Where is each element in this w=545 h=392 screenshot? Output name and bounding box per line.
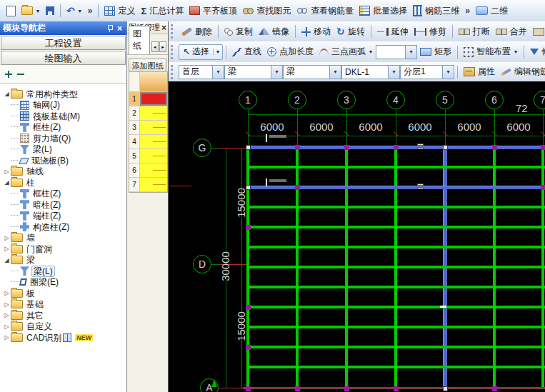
tab-sheets[interactable]: 图纸 xyxy=(129,26,150,54)
floor-dropdown-icon[interactable]: ▾ xyxy=(212,66,224,79)
toolbar-grip[interactable] xyxy=(171,24,176,39)
smart-layout-button[interactable]: 智能布置▾ xyxy=(461,44,521,59)
move-button[interactable]: 移动 xyxy=(299,24,334,39)
layer-dropdown-icon[interactable]: ▾ xyxy=(442,66,454,79)
tree-item-row[interactable]: 梁(L) xyxy=(0,144,126,156)
toolbar-grip[interactable] xyxy=(171,65,176,79)
open-file-button[interactable]: ▾ xyxy=(19,5,43,16)
sheet-row[interactable]: 3 xyxy=(129,121,167,135)
sheet-thumb[interactable] xyxy=(140,106,167,120)
undo-button[interactable]: ↶▾ xyxy=(64,5,85,16)
save-button[interactable] xyxy=(43,5,57,16)
point-add-length-button[interactable]: 点加长度 xyxy=(264,44,316,59)
select-button[interactable]: ↖选择 ▾ xyxy=(179,44,223,60)
axis-bubble-top[interactable]: 5 xyxy=(436,91,454,109)
tree-folder-row[interactable]: ◢柱 xyxy=(0,177,126,189)
tree-item-row[interactable]: 轴网(J) xyxy=(0,100,126,111)
project-settings-button[interactable]: 工程设置 xyxy=(1,36,126,50)
beam[interactable] xyxy=(246,326,545,328)
tree-folder-row[interactable]: ▷其它 xyxy=(0,310,126,321)
beam[interactable] xyxy=(246,266,545,268)
collapsed-icon[interactable]: ▷ xyxy=(3,334,11,341)
tree-folder-row[interactable]: ▷基础 xyxy=(0,299,126,311)
properties-button[interactable]: 属性 xyxy=(461,64,498,79)
rectangle-button[interactable]: 矩形 xyxy=(417,44,454,59)
axis-bubble-top[interactable]: 6 xyxy=(485,91,504,109)
align-slab-top-button[interactable]: 平齐板顶 xyxy=(186,4,240,19)
sheet-thumb-selected[interactable] xyxy=(140,92,167,106)
tree-folder-row[interactable]: ▷板 xyxy=(0,288,126,299)
open-dropdown-icon[interactable]: ▾ xyxy=(36,8,40,14)
modify-button[interactable]: 修 xyxy=(527,44,545,59)
tab-scroll-left-button[interactable]: ◂ xyxy=(151,41,159,52)
line-button[interactable]: 直线 xyxy=(229,44,264,59)
sheet-row[interactable]: 1 xyxy=(129,92,167,106)
axis-bubble-left[interactable]: D xyxy=(193,255,211,273)
toolbar-overflow-icon[interactable]: » xyxy=(85,6,96,16)
toolbar-grip[interactable] xyxy=(171,45,176,59)
tree-folder-row[interactable]: ▷CAD识别NEW xyxy=(0,332,126,343)
tree-item-row[interactable]: 圈梁(E) xyxy=(0,277,126,288)
sheet-row[interactable]: 2 xyxy=(129,106,167,121)
arc-options-combo[interactable]: ▾ xyxy=(376,45,417,59)
tree-item-row[interactable]: 筏板基础(M) xyxy=(0,111,126,122)
collapsed-icon[interactable]: ▷ xyxy=(3,235,11,241)
rotate-button[interactable]: ↻旋转 xyxy=(334,24,368,39)
batch-select-button[interactable]: 批量选择 xyxy=(356,4,410,19)
sheet-row[interactable]: 5 xyxy=(129,149,167,164)
trim-button[interactable]: 修剪 xyxy=(411,24,449,39)
tree-item-row[interactable]: 梁(L) xyxy=(0,266,126,277)
pin-icon[interactable] xyxy=(106,25,113,32)
find-element-button[interactable]: 查找图元 xyxy=(240,4,294,19)
view-2d-button[interactable]: 二维 xyxy=(473,4,511,19)
arc-combo-dropdown-icon[interactable]: ▾ xyxy=(405,46,416,59)
view-rebar-qty-button[interactable]: 查看钢筋量 xyxy=(294,4,356,19)
tree-folder-row[interactable]: ▷门窗洞 xyxy=(0,243,126,255)
axis-bubble-top[interactable]: 1 xyxy=(239,91,257,109)
sheet-thumb[interactable] xyxy=(140,149,167,163)
tree-folder-row[interactable]: ▷自定义 xyxy=(0,321,126,333)
define-button[interactable]: 定义 xyxy=(101,4,138,19)
toolbar-overflow2-icon[interactable]: » xyxy=(462,6,473,16)
axis-bubble-top[interactable]: 7 xyxy=(534,91,545,109)
element-name-combo[interactable]: DKL-1▾ xyxy=(341,65,400,79)
extend-button[interactable]: 延伸 xyxy=(374,24,411,39)
summary-calc-button[interactable]: Σ汇总计算 xyxy=(138,4,186,19)
beam[interactable] xyxy=(246,226,545,228)
beam[interactable] xyxy=(246,166,545,169)
sheet-thumb[interactable] xyxy=(140,121,167,134)
tab-scroll-right-button[interactable]: ▸ xyxy=(159,41,166,52)
arc-dropdown-icon[interactable]: ▾ xyxy=(369,49,373,55)
select-dropdown-icon[interactable]: ▾ xyxy=(213,49,222,55)
add-sheet-button[interactable]: 添加图纸 xyxy=(129,59,166,72)
beam[interactable] xyxy=(246,346,545,348)
three-point-arc-button[interactable]: 三点画弧▾ xyxy=(316,44,376,59)
collapsed-icon[interactable]: ▷ xyxy=(3,246,11,252)
tree-folder-row[interactable]: ▷墙 xyxy=(0,233,126,244)
collapsed-icon[interactable]: ▷ xyxy=(3,169,11,175)
tree-item-row[interactable]: 剪力墙(Q) xyxy=(0,133,126,144)
collapsed-icon[interactable]: ▷ xyxy=(3,323,11,330)
sheet-manager-close-icon[interactable]: × xyxy=(161,23,166,33)
tree-folder-row[interactable]: ◢常用构件类型 xyxy=(0,89,126,100)
category-dropdown-icon[interactable]: ▾ xyxy=(271,66,282,79)
sheet-row[interactable]: 7 xyxy=(129,178,167,192)
undo-dropdown-icon[interactable]: ▾ xyxy=(78,8,82,14)
sheet-thumb[interactable] xyxy=(140,178,167,191)
sheet-thumb[interactable] xyxy=(140,135,167,149)
beam[interactable] xyxy=(246,286,545,288)
floor-combo[interactable]: 首层▾ xyxy=(179,65,224,79)
axis-bubble-top[interactable]: 2 xyxy=(288,91,306,109)
layer-combo[interactable]: 分层1▾ xyxy=(400,65,454,79)
tree-item-row[interactable]: 框柱(Z) xyxy=(0,122,126,134)
axis-bubble-top[interactable]: 4 xyxy=(386,91,405,109)
element-name-dropdown-icon[interactable]: ▾ xyxy=(388,66,399,79)
tree-item-row[interactable]: 端柱(Z) xyxy=(0,211,126,222)
rebar-3d-button[interactable]: 钢筋三维 xyxy=(410,4,462,19)
axis-bubble-left[interactable]: G xyxy=(193,139,211,157)
category-combo[interactable]: 梁▾ xyxy=(224,65,283,79)
collapse-all-icon[interactable] xyxy=(17,74,24,75)
clipped-button[interactable] xyxy=(530,26,545,37)
cad-viewport[interactable]: 123456760006000600060006000600072GDA1500… xyxy=(169,81,545,392)
new-file-button[interactable] xyxy=(4,4,19,18)
